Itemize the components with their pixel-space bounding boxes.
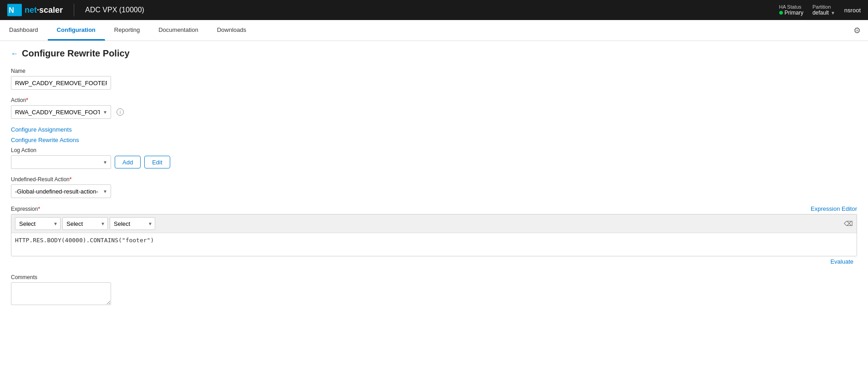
configure-assignments-link[interactable]: Configure Assignments [11,126,857,133]
add-button[interactable]: Add [115,156,141,168]
partition-arrow-icon: ▼ [831,10,835,15]
expression-clear-icon[interactable]: ⌫ [844,220,853,227]
expr-select-2-wrapper: Select ▼ [62,217,108,230]
evaluate-link[interactable]: Evaluate [830,258,853,265]
name-label: Name [11,68,857,74]
top-bar: N net·scaler ADC VPX (10000) HA Status P… [0,0,868,20]
partition-name: default [812,10,829,16]
ha-status-dot [779,11,783,15]
expression-text-area[interactable]: HTTP.RES.BODY(40000).CONTAINS("footer") [11,233,857,256]
netscaler-logo-icon: N [7,4,22,16]
expression-value: HTTP.RES.BODY(40000).CONTAINS("footer") [15,237,154,244]
expression-selects-row: Select ▼ Select ▼ Select ▼ ⌫ [11,214,857,233]
action-section: Action* RWA_CADDY_REMOVE_FOOTER ▼ i [11,97,857,119]
settings-icon[interactable]: ⚙ [846,20,868,41]
comments-section: Comments [11,274,857,306]
main-content: ← Configure Rewrite Policy Name Action* … [0,41,868,372]
ha-status-value: Primary [779,10,803,16]
page-title-row: ← Configure Rewrite Policy [11,48,857,59]
action-select-wrapper: RWA_CADDY_REMOVE_FOOTER ▼ [11,105,111,119]
edit-button[interactable]: Edit [144,156,170,168]
log-action-row: ▼ Add Edit [11,155,857,169]
expression-header: Expression* Expression Editor [11,205,857,212]
expr-select-3-wrapper: Select ▼ [110,217,155,230]
top-bar-right: HA Status Primary Partition default ▼ ns… [779,4,861,16]
log-action-section: Log Action ▼ Add Edit [11,147,857,169]
comments-label: Comments [11,274,857,280]
tab-configuration[interactable]: Configuration [48,20,105,41]
evaluate-row: Evaluate [11,256,857,267]
undefined-result-label: Undefined-Result Action* [11,176,857,183]
nav-tabs: Dashboard Configuration Reporting Docume… [0,20,868,41]
top-bar-left: N net·scaler ADC VPX (10000) [7,4,144,16]
log-action-select[interactable] [11,155,111,169]
partition-value: default ▼ [812,10,835,16]
configure-rewrite-actions-link[interactable]: Configure Rewrite Actions [11,137,857,143]
name-input[interactable] [11,76,111,90]
expression-label: Expression* [11,206,40,212]
tab-dashboard[interactable]: Dashboard [0,20,48,41]
partition[interactable]: Partition default ▼ [812,4,835,16]
back-arrow-icon[interactable]: ← [11,50,18,58]
app-title: ADC VPX (10000) [85,6,144,14]
page-title: Configure Rewrite Policy [22,48,130,59]
ha-status-primary: Primary [785,10,803,16]
expr-select-2[interactable]: Select [62,217,108,230]
ha-status: HA Status Primary [779,4,803,16]
expression-section: Expression* Expression Editor Select ▼ S… [11,205,857,267]
expression-container: Select ▼ Select ▼ Select ▼ ⌫ [11,214,857,256]
action-row: RWA_CADDY_REMOVE_FOOTER ▼ i [11,105,857,119]
undefined-result-select-wrapper: -Global-undefined-result-action- ▼ [11,184,111,198]
action-label: Action* [11,97,857,103]
svg-text:N: N [9,6,14,14]
ha-status-label: HA Status [779,4,802,10]
log-action-select-wrapper: ▼ [11,155,111,169]
expr-select-3[interactable]: Select [110,217,155,230]
name-section: Name [11,68,857,90]
comments-input[interactable] [11,282,111,305]
user-name[interactable]: nsroot [844,7,861,14]
action-select[interactable]: RWA_CADDY_REMOVE_FOOTER [11,105,111,119]
expr-select-1[interactable]: Select [15,217,61,230]
logo-text: net·scaler [25,5,63,15]
tab-documentation[interactable]: Documentation [149,20,208,41]
log-action-label: Log Action [11,147,857,153]
tab-downloads[interactable]: Downloads [208,20,256,41]
tab-reporting[interactable]: Reporting [105,20,149,41]
expression-editor-link[interactable]: Expression Editor [811,205,857,212]
partition-label: Partition [812,4,831,10]
undefined-result-section: Undefined-Result Action* -Global-undefin… [11,176,857,198]
action-info-icon[interactable]: i [117,108,124,116]
logo: N net·scaler [7,4,63,16]
logo-divider [74,4,74,16]
expr-select-1-wrapper: Select ▼ [15,217,61,230]
undefined-result-select[interactable]: -Global-undefined-result-action- [11,184,111,198]
